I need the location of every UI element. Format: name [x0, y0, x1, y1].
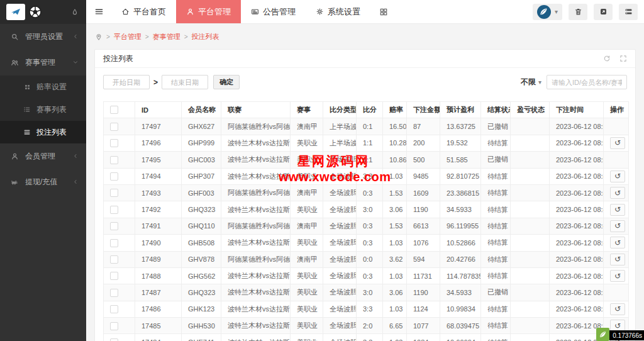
- list-dots-icon: [23, 106, 31, 113]
- row-checkbox[interactable]: [110, 239, 118, 247]
- cell-match: 波特兰木材vs达拉斯FC: [221, 168, 291, 184]
- resettle-button[interactable]: ↺: [610, 237, 625, 249]
- soccer-ball-icon: [28, 4, 43, 20]
- cell-match: 阿德莱德胜利vs阿德莱德眼镜蛇: [221, 184, 291, 201]
- breadcrumb-link[interactable]: 平台管理: [114, 32, 142, 42]
- filter-bar: > 确定 不限 ▾: [95, 68, 635, 96]
- row-checkbox[interactable]: [110, 156, 118, 164]
- resettle-button[interactable]: ↺: [610, 170, 625, 182]
- nav-item-announcement[interactable]: 公告管理: [241, 0, 306, 23]
- refresh-icon[interactable]: [603, 55, 611, 62]
- table-row: 17491GHQ110阿德莱德胜利vs阿德莱德眼镜蛇澳南甲全场波胆0:31.53…: [104, 218, 629, 234]
- resettle-button[interactable]: ↺: [610, 204, 625, 216]
- row-checkbox[interactable]: [110, 139, 118, 147]
- row-checkbox[interactable]: [110, 172, 118, 181]
- row-checkbox[interactable]: [110, 338, 118, 341]
- debug-badge[interactable]: 0.173766s: [596, 328, 644, 341]
- sidebar-item-users[interactable]: 赛事管理: [0, 50, 86, 75]
- confirm-button[interactable]: 确定: [213, 75, 240, 89]
- cell-action: [604, 152, 629, 168]
- log-list-button[interactable]: [619, 4, 638, 20]
- row-checkbox[interactable]: [110, 305, 118, 313]
- row-checkbox[interactable]: [110, 289, 118, 297]
- sidebar-item-person[interactable]: 会员管理: [0, 143, 86, 169]
- row-checkbox[interactable]: [110, 123, 118, 131]
- breadcrumb-link[interactable]: 赛事管理: [153, 32, 180, 42]
- cell-action: ↺: [604, 135, 629, 151]
- home-icon: [121, 8, 130, 16]
- cell-amount: 9485: [407, 168, 440, 184]
- breadcrumb-separator: >: [106, 33, 110, 40]
- breadcrumb-link[interactable]: 投注列表: [192, 32, 219, 42]
- resettle-button[interactable]: ↺: [610, 137, 625, 149]
- resettle-button[interactable]: ↺: [610, 270, 625, 282]
- cell-odds: 3.06: [383, 201, 407, 218]
- row-checkbox[interactable]: [110, 189, 118, 197]
- nav-item-label: 公告管理: [263, 6, 296, 18]
- expand-icon[interactable]: [619, 55, 627, 62]
- sidebar-subitem-list-dots[interactable]: 赛事列表: [0, 98, 86, 121]
- column-header: 盈亏状态: [511, 102, 550, 118]
- cell-settle_status: 待结算: [481, 235, 511, 251]
- table-row: 17495GHC003波特兰木材vs达拉斯FC美职业全场波胆1:110.8650…: [104, 152, 629, 168]
- row-checkbox[interactable]: [110, 222, 118, 230]
- column-header: 会员名称: [182, 102, 221, 118]
- column-header: ID: [135, 102, 182, 118]
- chevron-down-icon: [72, 59, 79, 67]
- cell-amount: 200: [407, 135, 440, 151]
- cell-league: 澳南甲: [291, 118, 323, 135]
- sidebar-subitem-menu[interactable]: 投注列表: [0, 121, 86, 143]
- cell-match: 波特兰木材vs达拉斯FC: [221, 318, 291, 334]
- sidebar-item-won[interactable]: 提现/充值: [0, 169, 86, 195]
- cell-odds: 10.86: [383, 152, 407, 168]
- nav-item-home[interactable]: 平台首页: [111, 0, 176, 23]
- row-checkbox[interactable]: [110, 206, 118, 214]
- resettle-button[interactable]: ↺: [610, 303, 625, 315]
- resettle-button[interactable]: ↺: [610, 220, 625, 232]
- nav-item-user[interactable]: 平台管理: [176, 0, 241, 23]
- clear-cache-button[interactable]: [569, 4, 587, 20]
- plane-logo-icon: [10, 6, 21, 18]
- start-date-input[interactable]: [103, 75, 150, 89]
- table-row: 17490GHB508波特兰木材vs达拉斯FC美职业全场波胆0:31.03107…: [104, 235, 629, 251]
- cell-odds: 3.06: [383, 284, 407, 301]
- cell-id: 17494: [135, 168, 182, 184]
- menu-icon: [23, 128, 31, 136]
- column-header-select: [104, 102, 135, 118]
- cell-id: 17492: [135, 201, 182, 218]
- user-menu-button[interactable]: ▾: [533, 4, 562, 20]
- cell-time: 2023-06-12 08:42: [550, 235, 604, 251]
- row-checkbox[interactable]: [110, 272, 118, 280]
- cell-id: 17490: [135, 235, 182, 251]
- cell-amount: 1084: [407, 334, 440, 341]
- cell-score: 3:0: [357, 284, 383, 301]
- sidebar-item-magnifier[interactable]: 管理员设置: [0, 24, 86, 50]
- end-date-input[interactable]: [162, 75, 208, 89]
- cell-amount: 11731: [407, 267, 440, 284]
- cell-league: 美职业: [291, 318, 323, 334]
- cell-select: [104, 218, 135, 234]
- scope-dropdown[interactable]: 不限 ▾: [516, 77, 547, 87]
- sidebar-subitem-squares[interactable]: 赔率设置: [0, 75, 86, 98]
- cell-amount: 1077: [407, 318, 440, 334]
- search-input[interactable]: [547, 75, 627, 89]
- row-checkbox[interactable]: [110, 255, 118, 264]
- table-row: 17493GHF003阿德莱德胜利vs阿德莱德眼镜蛇澳南甲全场波胆0:31.53…: [104, 184, 629, 201]
- resettle-button[interactable]: ↺: [610, 187, 625, 199]
- cell-member: GHB508: [182, 235, 221, 251]
- hamburger-icon[interactable]: [86, 0, 111, 23]
- grid-icon[interactable]: [370, 0, 397, 23]
- resettle-button[interactable]: ↺: [610, 254, 625, 266]
- trash-icon: [574, 8, 582, 16]
- cell-score: 0:3: [357, 218, 383, 234]
- select-all-checkbox[interactable]: [110, 106, 118, 114]
- cell-odds: 1.53: [383, 184, 407, 201]
- row-checkbox[interactable]: [110, 322, 118, 330]
- cell-profit_status: [511, 301, 550, 317]
- nav-item-gear[interactable]: 系统设置: [306, 0, 370, 23]
- cell-member: GHQ110: [182, 218, 221, 234]
- droplet-icon[interactable]: [71, 8, 79, 16]
- leaf-icon: [596, 328, 609, 341]
- cell-action: ↺: [604, 218, 629, 234]
- external-link-button[interactable]: [594, 4, 613, 20]
